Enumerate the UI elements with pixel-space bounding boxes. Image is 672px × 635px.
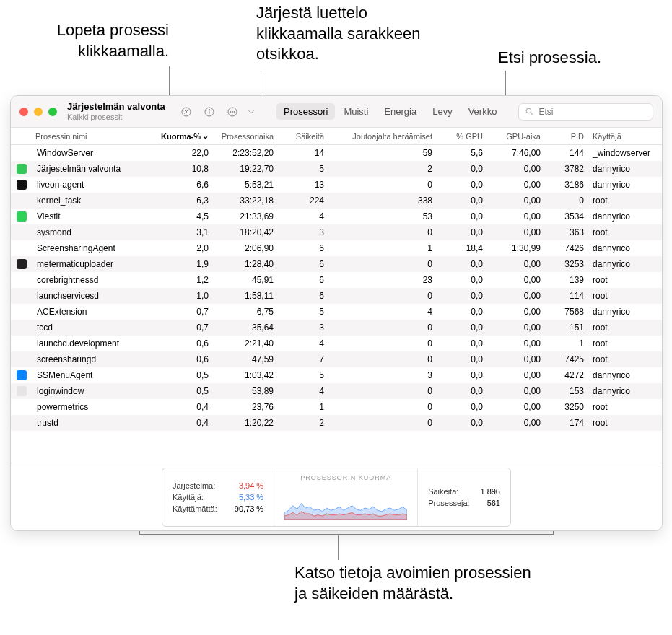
cell-gputime: 0,00: [487, 291, 545, 301]
table-row[interactable]: loginwindow0,553,89400,00,00153dannyrico: [11, 383, 662, 399]
cell-cpu: 22,0: [155, 148, 213, 158]
header-idlewake[interactable]: Joutoajalta heräämiset: [328, 132, 437, 141]
cell-cpu: 0,5: [155, 370, 213, 380]
cell-gpu: 0,0: [437, 259, 487, 269]
dropdown-button[interactable]: [246, 103, 256, 121]
table-row[interactable]: ScreensharingAgent2,02:06,906118,41:30,9…: [11, 240, 662, 256]
cell-cputime: 19:22,70: [213, 164, 278, 174]
table-row[interactable]: kernel_task6,333:22,182243380,00,000root: [11, 193, 662, 209]
close-button[interactable]: [19, 108, 28, 116]
cell-user: root: [588, 227, 662, 237]
tab-memory[interactable]: Muisti: [336, 103, 375, 120]
app-icon: [17, 211, 27, 222]
cell-idlewake: 0: [328, 180, 437, 190]
cell-gpu: 0,0: [437, 386, 487, 396]
svg-point-9: [234, 111, 235, 112]
more-icon: [227, 106, 238, 118]
tab-cpu[interactable]: Prosessori: [276, 103, 335, 120]
cell-idlewake: 0: [328, 259, 437, 269]
cell-cpu: 0,4: [155, 418, 213, 428]
table-row[interactable]: WindowServer22,02:23:52,2014595,67:46,00…: [11, 145, 662, 161]
cell-gpu: 0,0: [437, 402, 487, 412]
header-pid[interactable]: PID: [545, 132, 588, 141]
cell-name: tccd: [32, 323, 155, 333]
cell-cputime: 53,89: [213, 386, 278, 396]
cell-gpu: 0,0: [437, 275, 487, 285]
minimize-button[interactable]: [34, 108, 43, 116]
callout-stop: Lopeta prosessi klikkaamalla.: [25, 20, 169, 61]
header-name[interactable]: Prosessin nimi: [32, 132, 155, 141]
table-row[interactable]: corebrightnessd1,245,916230,00,00139root: [11, 272, 662, 288]
cell-gputime: 0,00: [487, 354, 545, 364]
header-gputime[interactable]: GPU-aika: [487, 132, 545, 141]
header-gpu[interactable]: % GPU: [437, 132, 487, 141]
cell-pid: 1: [545, 338, 588, 349]
table-row[interactable]: SSMenuAgent0,51:03,42530,00,004272dannyr…: [11, 367, 662, 383]
cell-cpu: 6,3: [155, 196, 213, 206]
table-row[interactable]: launchd.development0,62:21,40400,00,001r…: [11, 336, 662, 351]
table-row[interactable]: tccd0,735,64300,00,00151root: [11, 320, 662, 336]
cell-idlewake: 0: [328, 402, 437, 412]
table-row[interactable]: trustd0,41:20,22200,00,00174root: [11, 415, 662, 431]
cell-pid: 0: [545, 196, 588, 206]
table-row[interactable]: screensharingd0,647,59700,00,007425root: [11, 351, 662, 367]
cell-name: trustd: [32, 418, 155, 428]
inspect-process-button[interactable]: [200, 103, 219, 121]
svg-point-8: [232, 111, 232, 112]
tab-energy[interactable]: Energia: [377, 103, 424, 120]
cell-gputime: 0,00: [487, 402, 545, 412]
cell-user: root: [588, 338, 662, 349]
cell-idlewake: 338: [328, 196, 437, 206]
cell-cputime: 2:06,90: [213, 243, 278, 253]
options-button[interactable]: [223, 103, 242, 121]
cell-user: dannyrico: [588, 164, 662, 174]
cell-idlewake: 0: [328, 227, 437, 237]
sort-desc-icon: ⌄: [202, 131, 209, 141]
table-row[interactable]: launchservicesd1,01:58,11600,00,00114roo…: [11, 288, 662, 304]
cell-user: root: [588, 418, 662, 428]
cell-idlewake: 4: [328, 307, 437, 317]
header-user[interactable]: Käyttäjä: [588, 132, 662, 141]
cell-name: ScreensharingAgent: [32, 243, 155, 253]
cell-gputime: 0,00: [487, 196, 545, 206]
cell-threads: 2: [278, 418, 328, 428]
table-row[interactable]: powermetrics0,423,76100,00,003250root: [11, 399, 662, 415]
table-row[interactable]: Järjestelmän valvonta10,819:22,70520,00,…: [11, 161, 662, 177]
tab-network[interactable]: Verkko: [461, 103, 505, 120]
cell-threads: 6: [278, 243, 328, 253]
cell-threads: 6: [278, 259, 328, 269]
cell-pid: 151: [545, 323, 588, 333]
zoom-button[interactable]: [48, 108, 57, 116]
cell-cpu: 0,6: [155, 338, 213, 349]
table-row[interactable]: sysmond3,118:20,42300,00,00363root: [11, 224, 662, 240]
cell-user: root: [588, 291, 662, 301]
stop-process-button[interactable]: [177, 103, 196, 121]
svg-point-10: [527, 108, 532, 113]
header-threads[interactable]: Säikeitä: [278, 132, 328, 141]
table-row[interactable]: ACExtension0,76,75540,00,007568dannyrico: [11, 304, 662, 320]
tab-disk[interactable]: Levy: [425, 103, 459, 120]
header-cpu[interactable]: Kuorma-%⌄: [155, 131, 213, 141]
cell-gputime: 0,00: [487, 275, 545, 285]
cell-gputime: 0,00: [487, 386, 545, 396]
search-field[interactable]: [518, 103, 653, 121]
cell-pid: 153: [545, 386, 588, 396]
cell-gputime: 0,00: [487, 211, 545, 222]
cell-cputime: 45,91: [213, 275, 278, 285]
cell-gpu: 0,0: [437, 370, 487, 380]
cell-user: dannyrico: [588, 370, 662, 380]
cell-name: kernel_task: [32, 196, 155, 206]
cell-cpu: 1,2: [155, 275, 213, 285]
cell-gpu: 0,0: [437, 354, 487, 364]
header-cputime[interactable]: Prosessoriaika: [213, 132, 278, 141]
cell-user: dannyrico: [588, 211, 662, 222]
table-row[interactable]: metermaticuploader1,91:28,40600,00,00325…: [11, 256, 662, 272]
cell-pid: 3782: [545, 164, 588, 174]
cell-threads: 5: [278, 370, 328, 380]
table-row[interactable]: Viestit4,521:33,694530,00,003534dannyric…: [11, 209, 662, 224]
search-input[interactable]: [538, 107, 647, 117]
cell-idlewake: 0: [328, 386, 437, 396]
table-row[interactable]: liveon-agent6,65:53,211300,00,003186dann…: [11, 177, 662, 193]
info-icon: [204, 106, 215, 118]
cell-cputime: 21:33,69: [213, 211, 278, 222]
